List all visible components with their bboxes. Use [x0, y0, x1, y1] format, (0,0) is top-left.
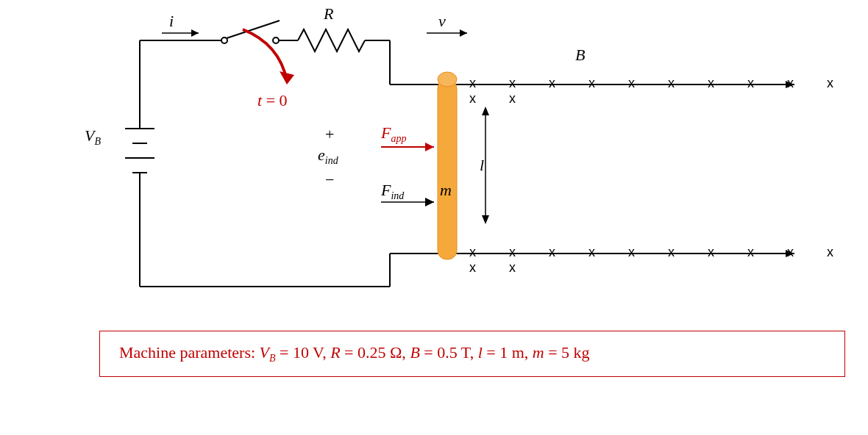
svg-marker-32: [280, 71, 294, 85]
svg-rect-19: [438, 79, 457, 259]
field-marks-bottom: x x x x x x x x x x x x: [469, 245, 868, 276]
label-R: R: [324, 4, 333, 24]
svg-marker-26: [425, 143, 434, 151]
svg-point-7: [273, 37, 279, 43]
svg-marker-24: [460, 29, 467, 37]
parameter-box: Machine parameters: VB = 10 V, R = 0.25 …: [99, 331, 845, 377]
label-v: v: [438, 12, 446, 31]
label-Fapp: Fapp: [381, 123, 406, 145]
svg-point-6: [221, 37, 227, 43]
svg-marker-28: [425, 198, 434, 206]
label-VB: VB: [85, 126, 101, 148]
label-plus: +: [325, 125, 334, 144]
label-minus: −: [325, 170, 334, 190]
label-l: l: [480, 156, 484, 175]
svg-point-20: [438, 72, 457, 87]
label-t0: t = 0: [257, 91, 288, 110]
linear-machine-diagram: VB i R v B t = 0 + eind − Fapp Find m l …: [0, 0, 868, 435]
label-B: B: [575, 46, 585, 65]
svg-marker-30: [482, 107, 489, 115]
label-i: i: [169, 12, 174, 31]
label-m: m: [440, 181, 452, 200]
svg-marker-22: [191, 29, 199, 37]
label-Find: Find: [381, 181, 404, 202]
svg-marker-31: [482, 215, 489, 224]
field-marks-top: x x x x x x x x x x x x: [469, 76, 868, 107]
label-eind: eind: [318, 145, 338, 167]
